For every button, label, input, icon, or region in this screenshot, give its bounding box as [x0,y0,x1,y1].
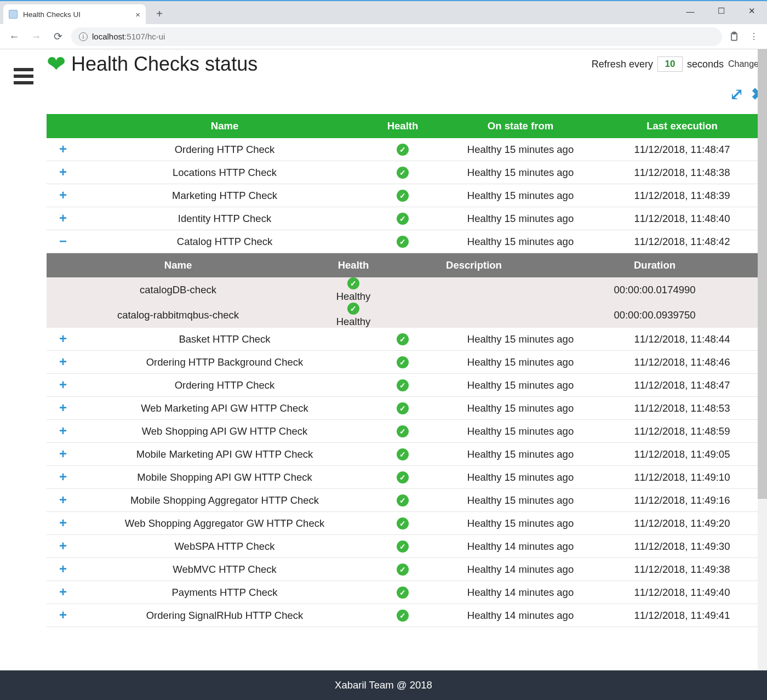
row-expander[interactable]: − [59,234,67,248]
reload-button[interactable]: ⟳ [49,28,67,45]
row-health: ✓ [370,161,436,184]
row-expander[interactable]: + [59,469,67,484]
healthy-check-icon: ✓ [397,587,409,599]
site-info-icon[interactable]: i [79,32,88,41]
table-row: + WebMVC HTTP Check ✓ Healthy 14 minutes… [47,558,759,581]
window-controls: — ☐ ✕ [675,2,767,20]
table-row: + Mobile Shopping API GW HTTP Check ✓ He… [47,466,759,489]
row-name: Mobile Marketing API GW HTTP Check [79,443,370,466]
row-exec: 11/12/2018, 11:49:40 [605,581,759,604]
extension-icon[interactable] [726,29,742,44]
refresh-label: Refresh every [592,59,653,70]
table-row: + Payments HTTP Check ✓ Healthy 14 minut… [47,581,759,604]
row-exec: 11/12/2018, 11:48:44 [605,328,759,351]
sub-health: ✓Healthy [310,303,397,328]
row-expander[interactable]: + [59,377,67,392]
browser-menu-icon[interactable]: ⋮ [746,29,762,44]
favicon-icon [9,10,18,19]
tab-bar: Health Checks UI × + [0,1,767,24]
row-state: Healthy 15 minutes ago [436,351,605,374]
refresh-unit: seconds [687,59,724,70]
row-name: Locations HTTP Check [79,161,370,184]
row-expander[interactable]: + [59,400,67,415]
row-name: Payments HTTP Check [79,581,370,604]
row-exec: 11/12/2018, 11:48:39 [605,184,759,207]
col-exec: Last execution [605,114,759,138]
refresh-interval-input[interactable] [657,56,683,72]
row-exec: 11/12/2018, 11:49:38 [605,558,759,581]
sub-desc [397,277,551,303]
healthy-check-icon: ✓ [397,494,409,506]
sub-health: ✓Healthy [310,277,397,303]
table-row: + Ordering HTTP Check ✓ Healthy 15 minut… [47,374,759,397]
healthy-check-icon: ✓ [397,471,409,483]
healthy-check-icon: ✓ [347,303,359,315]
sub-checks-table: Name Health Description Duration catalog… [47,253,759,328]
row-expander[interactable]: + [59,331,67,346]
table-row: + Ordering HTTP Background Check ✓ Healt… [47,351,759,374]
row-exec: 11/12/2018, 11:49:05 [605,443,759,466]
row-name: Web Marketing API GW HTTP Check [79,397,370,420]
healthy-check-icon: ✓ [397,379,409,391]
table-row: + WebSPA HTTP Check ✓ Healthy 14 minutes… [47,535,759,558]
col-name: Name [79,114,370,138]
row-exec: 11/12/2018, 11:49:10 [605,466,759,489]
row-expander[interactable]: + [59,538,67,553]
row-exec: 11/12/2018, 11:48:47 [605,138,759,161]
browser-tab[interactable]: Health Checks UI × [3,4,146,24]
table-row: + Web Shopping Aggregator GW HTTP Check … [47,512,759,535]
row-expander[interactable]: + [59,354,67,369]
row-expander[interactable]: + [59,141,67,156]
row-expander[interactable]: + [59,607,67,622]
close-tab-icon[interactable]: × [135,10,140,19]
health-checks-table: Name Health On state from Last execution… [47,114,759,627]
table-row: + Marketing HTTP Check ✓ Healthy 15 minu… [47,184,759,207]
sub-col-name: Name [47,253,310,277]
row-name: Web Shopping Aggregator GW HTTP Check [79,512,370,535]
row-expander[interactable]: + [59,164,67,179]
expand-panel-icon[interactable]: ⤢ [730,84,743,104]
maximize-button[interactable]: ☐ [706,2,736,20]
forward-button[interactable]: → [27,28,45,45]
scrollbar-thumb[interactable] [758,49,767,499]
row-exec: 11/12/2018, 11:48:42 [605,230,759,253]
row-expander[interactable]: + [59,446,67,461]
row-health: ✓ [370,512,436,535]
row-state: Healthy 14 minutes ago [436,604,605,627]
healthy-check-icon: ✓ [397,144,409,156]
refresh-change-link[interactable]: Change [728,59,759,69]
row-expander[interactable]: + [59,561,67,576]
address-bar: ← → ⟳ i localhost:5107/hc-ui ⋮ [0,24,767,49]
row-expander[interactable]: + [59,187,67,202]
row-state: Healthy 15 minutes ago [436,512,605,535]
refresh-controls: Refresh every seconds Change [592,56,759,72]
healthy-check-icon: ✓ [397,448,409,460]
url-input[interactable]: i localhost:5107/hc-ui [71,27,722,46]
minimize-button[interactable]: — [675,2,706,20]
sidebar-hamburger[interactable] [0,49,47,670]
row-state: Healthy 15 minutes ago [436,397,605,420]
back-button[interactable]: ← [5,28,23,45]
row-name: Web Shopping API GW HTTP Check [79,420,370,443]
row-name: Catalog HTTP Check [79,230,370,253]
row-exec: 11/12/2018, 11:48:40 [605,207,759,230]
row-exec: 11/12/2018, 11:49:41 [605,604,759,627]
row-expander[interactable]: + [59,515,67,530]
tab-title: Health Checks UI [23,10,81,19]
row-name: Marketing HTTP Check [79,184,370,207]
close-window-button[interactable]: ✕ [736,2,767,20]
row-expander[interactable]: + [59,210,67,225]
row-state: Healthy 15 minutes ago [436,207,605,230]
row-health: ✓ [370,184,436,207]
col-health: Health [370,114,436,138]
row-name: Ordering HTTP Background Check [79,351,370,374]
row-state: Healthy 15 minutes ago [436,328,605,351]
row-expander[interactable]: + [59,423,67,438]
row-name: WebMVC HTTP Check [79,558,370,581]
row-health: ✓ [370,397,436,420]
new-tab-button[interactable]: + [151,5,168,22]
healthy-check-icon: ✓ [397,517,409,530]
row-expander[interactable]: + [59,584,67,599]
row-expander[interactable]: + [59,492,67,507]
row-state: Healthy 15 minutes ago [436,443,605,466]
